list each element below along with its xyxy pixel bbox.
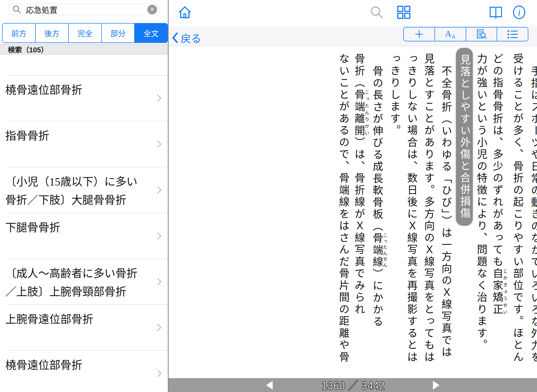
article-page: 指骨骨折しこつこっせつFinger fracture【初診に適した科】泌尿器科＞… — [169, 46, 537, 378]
back-button-label: 戻る — [181, 30, 201, 45]
search-mode-button[interactable]: 全文 — [134, 24, 167, 42]
ruby-annotated-text: 自家矯正じかきょうせい — [491, 268, 503, 315]
page-search-button[interactable] — [466, 28, 497, 41]
back-button[interactable]: 戻る — [172, 30, 201, 45]
app-window: 応急処置 ✕ 前方後方完全部分全文 検索（105） 橈骨遠位部骨折指骨骨折〔小児… — [0, 0, 537, 392]
search-mode-button[interactable]: 後方 — [35, 24, 68, 42]
chevron-right-icon — [154, 324, 162, 331]
chevron-right-icon — [154, 140, 162, 148]
article-column-body: 見落とすことがあります。多方向のＸ線写真をとってもは — [421, 53, 436, 363]
ruby-annotated-text: 骨端線こったんせん — [371, 232, 383, 268]
search-result-item[interactable]: 橈骨遠位部骨折 — [0, 350, 168, 392]
search-result-item[interactable]: 〔成人～高齢者に多い骨折／上肢〕上腕骨頸部骨折 — [0, 259, 168, 304]
search-result-item[interactable]: 上腕骨遠位部骨折 — [0, 304, 168, 350]
search-result-label: 指骨骨折 — [5, 130, 49, 142]
search-result-label: 下腿骨骨折 — [5, 222, 60, 234]
current-page-number: 1360 — [322, 379, 345, 392]
search-result-label: 橈骨遠位部骨折 — [5, 84, 82, 96]
page-action-buttons: ＋AA — [403, 27, 528, 41]
previous-page-icon[interactable] — [266, 381, 273, 390]
home-icon[interactable] — [177, 5, 192, 20]
page-navigation-bar: 1360 ／ 3442 — [169, 378, 537, 392]
add-button[interactable]: ＋ — [404, 28, 434, 41]
book-icon[interactable] — [488, 5, 503, 20]
search-results-count: 検索（105） — [8, 44, 48, 55]
search-result-item[interactable]: 〔小児（15歳以下）に多い骨折／下肢〕大腿骨骨折 — [0, 167, 168, 213]
search-results-header: 検索（105） — [0, 44, 168, 55]
search-mode-button[interactable]: 完全 — [68, 24, 101, 42]
search-tool-icon[interactable] — [369, 5, 384, 20]
plus-icon: ＋ — [414, 29, 424, 40]
svg-text:i: i — [518, 7, 520, 18]
index-list-icon — [507, 29, 519, 40]
page-separator: ／ — [348, 379, 359, 392]
article-column-body: 不全骨折（いわゆる「ひび」）は一方向のＸ線写真では — [438, 66, 453, 358]
search-panel: 応急処置 ✕ 前方後方完全部分全文 検索（105） 橈骨遠位部骨折指骨骨折〔小児… — [0, 0, 168, 392]
search-mode-button[interactable]: 部分 — [101, 24, 134, 42]
font-size-button[interactable]: AA — [434, 28, 466, 41]
search-result-item[interactable]: 下腿骨骨折 — [0, 213, 168, 259]
chevron-right-icon — [154, 369, 162, 377]
search-result-label: 〔成人～高齢者に多い骨折／上肢〕上腕骨頸部骨折 — [5, 268, 137, 298]
article-column-body: ないことがあるので、骨端線をはさんだ骨片間の距離や骨 — [336, 53, 351, 363]
page-position-label: 1360 ／ 3442 — [307, 377, 400, 392]
article-column-body: 手指はスポーツや日常の動きのなかでいろいろな外力を — [528, 66, 537, 364]
article-column-body: っきりしない場合は、数日後にＸ線写真を再撮影するとは — [404, 53, 419, 363]
chevron-right-icon — [154, 232, 162, 239]
next-page-icon[interactable] — [433, 381, 439, 390]
article-column-heading: 見落としやすい外傷と合併損傷 — [456, 48, 473, 226]
total-page-number: 3442 — [362, 379, 385, 392]
grid-icon[interactable] — [396, 5, 411, 20]
search-query-text: 応急処置 — [26, 4, 147, 15]
chevron-right-icon — [154, 94, 162, 102]
article-column-body: 骨折（骨端離開こったんりかい）は、骨折線がＸ線写真でみられ — [351, 53, 369, 315]
search-result-label: 〔小児（15歳以下）に多い骨折／下肢〕大腿骨骨折 — [5, 176, 137, 206]
page-search-icon — [476, 29, 487, 40]
top-toolbar: i — [169, 0, 537, 26]
search-results-list: 橈骨遠位部骨折指骨骨折〔小児（15歳以下）に多い骨折／下肢〕大腿骨骨折下腿骨骨折… — [0, 75, 168, 392]
article-column-body: 骨の長さが伸びる成長軟骨板（骨端線こったんせん）にかかる — [369, 66, 387, 328]
search-mode-button[interactable]: 前方 — [3, 24, 35, 42]
search-input[interactable]: 応急処置 ✕ — [8, 4, 159, 15]
article-column-body: 力が強いという小児の特徴により、問題なく治ります。 — [474, 53, 489, 351]
info-icon[interactable]: i — [512, 5, 527, 20]
chevron-right-icon — [154, 186, 162, 193]
article-column-body: どの指骨骨折は、多少のずれがあっても自家矯正じかきょうせい — [490, 53, 507, 315]
ruby-annotated-text: 骨端離開こったんりかい — [353, 89, 365, 137]
font-size-icon: AA — [445, 29, 455, 40]
search-icon — [12, 5, 21, 14]
chevron-right-icon — [154, 278, 162, 285]
search-result-label: 上腕骨遠位部骨折 — [5, 313, 93, 325]
search-mode-tabs: 前方後方完全部分全文 — [2, 23, 168, 43]
nav-toolbar: 戻る ＋AA — [169, 26, 537, 46]
index-list-button[interactable] — [497, 28, 528, 41]
search-result-item[interactable]: 指骨骨折 — [0, 121, 168, 167]
clear-search-button[interactable]: ✕ — [147, 5, 157, 14]
article-column-body: っきりします。 — [387, 53, 402, 137]
search-result-item[interactable]: 橈骨遠位部骨折 — [0, 75, 168, 121]
article-column-body: 受けることが多く、骨折の起こりやすい部位です。ほとん — [510, 53, 525, 363]
search-result-label: 橈骨遠位部骨折 — [5, 359, 82, 371]
